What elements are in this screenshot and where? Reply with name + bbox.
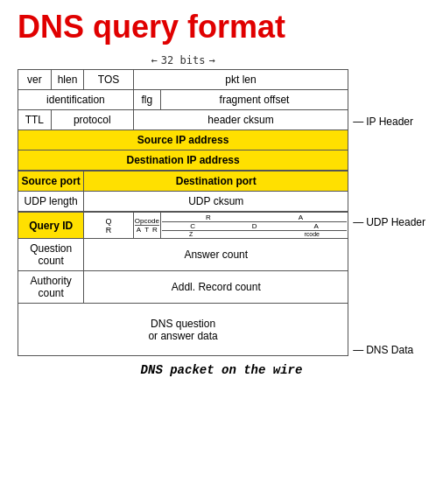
cell-ver: ver [18, 70, 52, 90]
cell-protocol: protocol [51, 110, 133, 130]
table-row: Query ID QR Opcode ATR RA CDA [18, 212, 348, 239]
table-row: Source port Destination port [18, 171, 348, 192]
table-row: Destination IP address [18, 150, 348, 172]
diagram-table-wrapper: ← 32 bits → ver hlen TOS pkt len identif… [18, 54, 348, 356]
diagram-container: ← 32 bits → ver hlen TOS pkt len identif… [18, 54, 425, 356]
cell-header-cksum: header cksum [133, 110, 348, 130]
table-row: Authority count Addl. Record count [18, 271, 348, 304]
cell-tos: TOS [84, 70, 133, 90]
table-row: identification flg fragment offset [18, 90, 348, 110]
cell-pkt-len: pkt len [133, 70, 348, 90]
cell-dest-ip: Destination IP address [18, 150, 348, 172]
cell-answer-count: Answer count [84, 239, 348, 271]
cell-udp-cksum: UDP cksum [84, 192, 348, 213]
ip-header-label: — IP Header [353, 116, 425, 128]
table-row: UDP length UDP cksum [18, 192, 348, 213]
cell-source-port: Source port [18, 171, 84, 192]
udp-header-label: — UDP Header [353, 216, 425, 228]
table-row: Source IP address [18, 130, 348, 150]
footer-label: DNS packet on the wire [18, 363, 425, 377]
table-row: TTL protocol header cksum [18, 110, 348, 130]
table-row: Question count Answer count [18, 239, 348, 271]
format-table: ver hlen TOS pkt len identification flg … [18, 69, 348, 356]
cell-flags-group: RA CDA Z rcode [160, 212, 348, 239]
cell-source-ip: Source IP address [18, 130, 348, 150]
cell-flg: flg [133, 90, 160, 110]
page-title: DNS query format [18, 9, 425, 46]
table-row: ver hlen TOS pkt len [18, 70, 348, 90]
cell-hlen: hlen [51, 70, 84, 90]
bits-label-row: ← 32 bits → [18, 54, 348, 66]
udp-header-text: UDP Header [366, 216, 425, 228]
cell-dns-data: DNS question or answer data [18, 304, 348, 356]
cell-opcode-group: Opcode ATR [133, 212, 160, 239]
cell-qr: QR [84, 212, 133, 239]
section-labels: — IP Header — UDP Header — DNS Data [353, 54, 425, 356]
table-row: DNS question or answer data [18, 304, 348, 356]
cell-identification: identification [18, 90, 134, 110]
dns-data-label: — DNS Data [353, 344, 425, 356]
ip-header-text: IP Header [366, 116, 413, 128]
bits-label-text: 32 bits [161, 54, 206, 66]
cell-ttl: TTL [18, 110, 52, 130]
cell-fragment-offset: fragment offset [160, 90, 348, 110]
cell-udp-length: UDP length [18, 192, 84, 213]
cell-addl-record-count: Addl. Record count [84, 271, 348, 304]
cell-authority-count: Authority count [18, 271, 84, 304]
left-arrow: ← [151, 54, 158, 66]
cell-question-count: Question count [18, 239, 84, 271]
dns-data-text: DNS Data [366, 344, 413, 356]
right-arrow: → [208, 54, 214, 66]
cell-query-id: Query ID [18, 212, 84, 239]
cell-dest-port: Destination port [84, 171, 348, 192]
